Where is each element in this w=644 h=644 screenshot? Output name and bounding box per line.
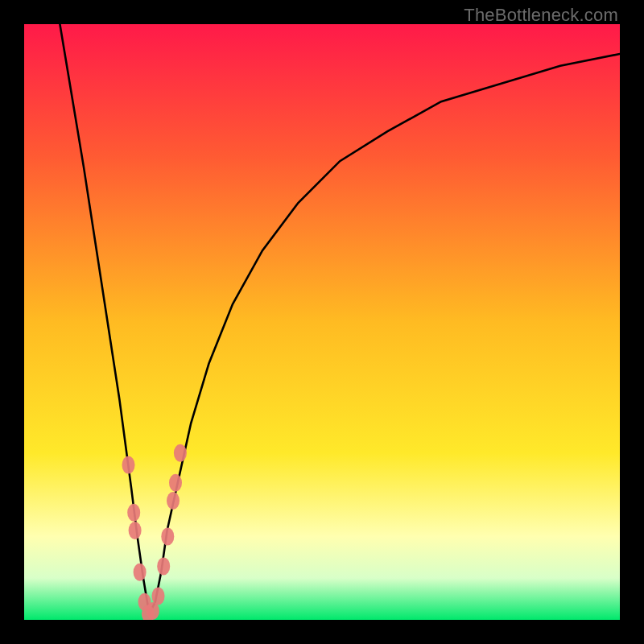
- watermark-text: TheBottleneck.com: [464, 5, 618, 26]
- marker-dot: [157, 557, 170, 575]
- plot-area: [24, 24, 620, 620]
- marker-dot: [174, 444, 187, 462]
- marker-dot: [122, 456, 135, 474]
- chart-frame: TheBottleneck.com: [0, 0, 644, 644]
- marker-dot: [129, 522, 142, 539]
- marker-group: [122, 444, 187, 620]
- bottleneck-curve: [60, 24, 620, 614]
- marker-dot: [161, 527, 174, 545]
- marker-dot: [167, 492, 180, 510]
- curve-layer: [24, 24, 620, 620]
- marker-dot: [152, 587, 165, 605]
- marker-dot: [134, 564, 147, 581]
- marker-dot: [169, 474, 182, 492]
- marker-dot: [127, 504, 140, 522]
